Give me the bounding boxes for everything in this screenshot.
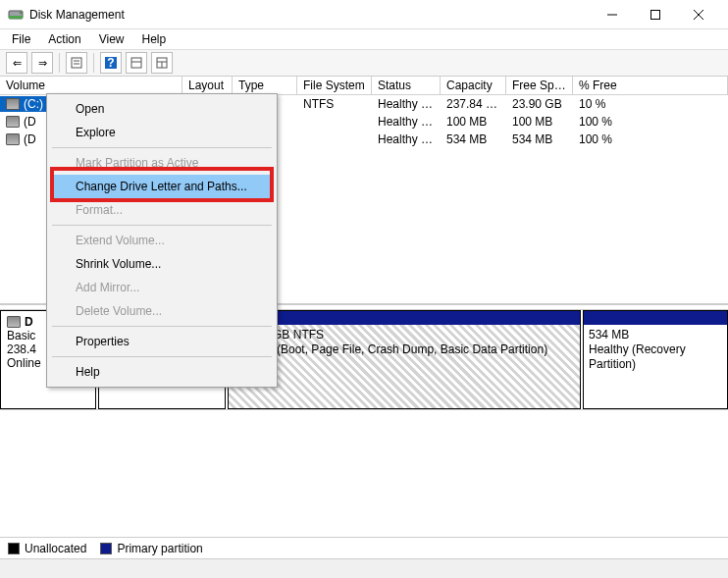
window-title: Disk Management — [29, 8, 591, 22]
partition[interactable]: 237.84 GB NTFSHealthy (Boot, Page File, … — [228, 310, 581, 409]
context-menu-item: Delete Volume... — [50, 299, 274, 323]
context-menu-separator — [52, 326, 272, 327]
context-menu-item[interactable]: Help — [50, 360, 274, 384]
svg-text:?: ? — [107, 57, 114, 69]
volume-name: (D — [24, 132, 36, 146]
context-menu-separator — [52, 147, 272, 148]
empty-space — [0, 410, 728, 537]
context-menu-item[interactable]: Properties — [50, 330, 274, 353]
statusbar — [0, 558, 728, 578]
volumes-list: (C:) Simple Basic NTFS Healthy (B... 237… — [0, 95, 728, 304]
context-menu-item[interactable]: Change Drive Letter and Paths... — [50, 175, 274, 198]
col-volume[interactable]: Volume — [0, 77, 182, 94]
toolbar: ⇐ ⇒ ? — [0, 49, 728, 77]
toolbar-separator — [59, 53, 60, 73]
volume-pct: 10 % — [573, 96, 622, 112]
app-icon — [8, 7, 24, 23]
volume-fs — [297, 121, 372, 123]
drive-icon — [6, 98, 20, 110]
legend-primary: Primary partition — [100, 542, 202, 555]
minimize-button[interactable] — [591, 1, 634, 28]
volume-free: 534 MB — [506, 131, 573, 147]
menu-action[interactable]: Action — [40, 30, 88, 48]
context-menu-item: Format... — [50, 198, 274, 222]
partition-label: Healthy (Recovery Partition) — [589, 342, 722, 372]
legend-label: Unallocated — [25, 542, 86, 555]
volume-status: Healthy (R... — [372, 131, 441, 147]
partition-size: 237.84 GB NTFS — [234, 328, 575, 342]
context-menu-item: Extend Volume... — [50, 229, 274, 252]
col-status[interactable]: Status — [372, 77, 441, 94]
legend-unallocated: Unallocated — [8, 542, 86, 555]
context-menu-item: Add Mirror... — [50, 276, 274, 299]
context-menu-separator — [52, 225, 272, 226]
titlebar: Disk Management — [0, 0, 728, 29]
volume-pct: 100 % — [573, 114, 622, 130]
partition-header — [584, 311, 727, 325]
svg-rect-7 — [72, 58, 81, 68]
menu-view[interactable]: View — [91, 30, 132, 48]
volume-status: Healthy (E... — [372, 114, 441, 130]
svg-rect-1 — [9, 16, 23, 19]
svg-rect-4 — [651, 10, 660, 19]
partition-body: 237.84 GB NTFSHealthy (Boot, Page File, … — [229, 325, 580, 408]
disk-icon — [7, 316, 21, 328]
col-freespace[interactable]: Free Spa... — [506, 77, 573, 94]
volume-pct: 100 % — [573, 131, 622, 147]
volume-capacity: 100 MB — [441, 114, 506, 130]
col-layout[interactable]: Layout — [182, 77, 233, 94]
maximize-button[interactable] — [634, 1, 677, 28]
volume-capacity: 534 MB — [441, 131, 506, 147]
close-button[interactable] — [677, 1, 720, 28]
context-menu-separator — [52, 356, 272, 357]
partition-body: 534 MBHealthy (Recovery Partition) — [584, 325, 727, 408]
menu-file[interactable]: File — [4, 30, 38, 48]
svg-point-2 — [20, 12, 22, 14]
settings-button[interactable] — [66, 52, 87, 74]
col-filesystem[interactable]: File System — [297, 77, 372, 94]
grid1-button[interactable] — [126, 52, 147, 74]
legend-swatch-icon — [100, 543, 112, 554]
volume-free: 23.90 GB — [506, 96, 573, 112]
drive-icon — [6, 116, 20, 128]
partition-header — [229, 311, 580, 325]
drive-icon — [6, 133, 20, 145]
legend-swatch-icon — [8, 543, 20, 554]
volume-fs: NTFS — [297, 96, 372, 112]
legend-label: Primary partition — [117, 542, 202, 555]
volume-capacity: 237.84 GB — [441, 96, 506, 112]
legend: Unallocated Primary partition — [0, 537, 728, 558]
context-menu-item[interactable]: Explore — [50, 121, 274, 144]
context-menu: OpenExploreMark Partition as ActiveChang… — [46, 93, 278, 388]
toolbar-separator — [93, 53, 94, 73]
volume-name: (C:) — [24, 97, 43, 111]
svg-rect-12 — [131, 58, 141, 68]
volume-free: 100 MB — [506, 114, 573, 130]
grid2-button[interactable] — [151, 52, 173, 74]
col-pctfree[interactable]: % Free — [573, 77, 728, 94]
volume-name: (D — [24, 115, 36, 129]
help-button[interactable]: ? — [100, 52, 122, 74]
partition[interactable]: 534 MBHealthy (Recovery Partition) — [583, 310, 728, 409]
partition-size: 534 MB — [589, 328, 722, 342]
context-menu-item[interactable]: Shrink Volume... — [50, 252, 274, 276]
col-capacity[interactable]: Capacity — [441, 77, 506, 94]
menu-help[interactable]: Help — [134, 30, 175, 48]
context-menu-item: Mark Partition as Active — [50, 151, 274, 175]
volume-status: Healthy (B... — [372, 96, 441, 112]
disk-name: D — [25, 315, 33, 329]
back-button[interactable]: ⇐ — [6, 52, 27, 74]
col-type[interactable]: Type — [233, 77, 297, 94]
menubar: File Action View Help — [0, 29, 728, 49]
forward-button[interactable]: ⇒ — [31, 52, 53, 74]
volume-fs — [297, 138, 372, 140]
context-menu-item[interactable]: Open — [50, 97, 274, 121]
partition-label: Healthy (Boot, Page File, Crash Dump, Ba… — [234, 342, 575, 357]
window-controls — [591, 1, 720, 28]
